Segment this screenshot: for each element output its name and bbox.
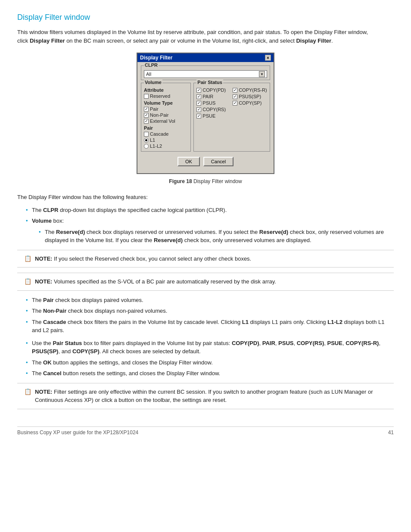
- pair-status-label: PAIR: [202, 94, 213, 99]
- pair-feature: The Pair check box displays paired volum…: [26, 296, 394, 305]
- reserved-feature: The Reserve(d) check box displays reserv…: [39, 228, 394, 245]
- pair-checkbox[interactable]: [144, 107, 149, 112]
- page-number: 41: [388, 429, 394, 436]
- external-vol-label: External Vol: [150, 118, 175, 124]
- l1-label: L1: [150, 137, 155, 143]
- dialog-titlebar: Display Filter ×: [137, 53, 274, 62]
- note-box-bottom: 📋 NOTE: Filter settings are only effecti…: [17, 383, 394, 409]
- reserved-checkbox[interactable]: [144, 94, 149, 99]
- copy-rs-r-row: COPY(RS-R): [233, 87, 267, 93]
- intro-paragraph: This window filters volumes displayed in…: [17, 28, 371, 45]
- reserved-checkbox-row: Reserved: [144, 93, 188, 99]
- psus-row: PSUS: [196, 100, 231, 106]
- pair-status-grid: COPY(PD) COPY(RS-R) PAIR: [196, 87, 267, 119]
- copy-pd-checkbox[interactable]: [196, 88, 201, 93]
- non-pair-feature: The Non-Pair check box displays non-pair…: [26, 307, 394, 315]
- pair-checkbox-row: Pair: [144, 106, 188, 112]
- more-features-list: The Pair check box displays paired volum…: [26, 296, 394, 335]
- page-title: Display Filter window: [17, 13, 394, 22]
- cascade-label: Cascade: [150, 131, 168, 137]
- features-heading: The Display Filter window has the follow…: [17, 193, 394, 202]
- clpr-dropdown[interactable]: All ▼: [144, 70, 267, 78]
- psus-label: PSUS: [202, 100, 215, 106]
- psus-sp-label: PSUS(SP): [239, 94, 261, 99]
- pair-label: Pair: [150, 106, 159, 112]
- features-list: The CLPR drop-down list displays the spe…: [26, 206, 394, 245]
- copy-rs-label: COPY(RS): [202, 107, 226, 112]
- note-box-2: 📋 NOTE: Volumes specified as the S-VOL o…: [17, 273, 394, 291]
- cascade-checkbox-row: Cascade: [144, 131, 188, 137]
- l1-radio[interactable]: [144, 138, 149, 143]
- clpr-section: CLPR All ▼: [141, 65, 270, 80]
- note-text-2: NOTE: Volumes specified as the S-VOL of …: [35, 277, 276, 286]
- display-filter-dialog: Display Filter × CLPR All ▼ Volume At: [137, 53, 274, 174]
- volume-sub-list: The Reserve(d) check box displays reserv…: [39, 228, 394, 245]
- copy-rs-r-checkbox[interactable]: [233, 88, 237, 93]
- cancel-button[interactable]: Cancel: [203, 157, 234, 166]
- cascade-feature: The Cascade check box filters the pairs …: [26, 318, 394, 335]
- non-pair-checkbox[interactable]: [144, 113, 149, 118]
- pair-status-checkbox[interactable]: [196, 94, 201, 99]
- copy-sp-label: COPY(SP): [239, 100, 262, 106]
- l1l2-label: L1-L2: [150, 143, 162, 149]
- copy-rs-r-label: COPY(RS-R): [239, 87, 267, 93]
- reserved-label: Reserved: [150, 93, 170, 99]
- external-vol-checkbox-row: External Vol: [144, 118, 188, 124]
- copy-rs-checkbox[interactable]: [196, 107, 201, 112]
- page-footer: Business Copy XP user guide for the XP12…: [17, 426, 394, 436]
- ok-feature: The OK button applies the settings, and …: [26, 358, 394, 367]
- non-pair-label: Non-Pair: [150, 112, 168, 118]
- figure-caption: Figure 18 Display Filter window: [17, 178, 394, 184]
- dialog-close-button[interactable]: ×: [265, 55, 271, 61]
- dialog-title: Display Filter: [140, 55, 172, 61]
- pair-row: PAIR: [196, 94, 231, 99]
- non-pair-checkbox-row: Non-Pair: [144, 112, 188, 118]
- copy-rs-row: COPY(RS): [196, 107, 231, 112]
- copy-sp-row: COPY(SP): [233, 100, 267, 106]
- dropdown-arrow-icon: ▼: [259, 71, 265, 77]
- status-features-list: Use the Pair Status box to filter pairs …: [26, 339, 394, 378]
- note-icon-1: 📋: [24, 255, 31, 262]
- clpr-section-label: CLPR: [144, 62, 159, 68]
- copy-pd-row: COPY(PD): [196, 87, 231, 93]
- clpr-value: All: [146, 72, 151, 77]
- cascade-checkbox[interactable]: [144, 132, 149, 137]
- pair-status-feature: Use the Pair Status box to filter pairs …: [26, 339, 394, 356]
- note-icon-2: 📋: [24, 278, 31, 285]
- psus-sp-row: PSUS(SP): [233, 94, 267, 99]
- l1l2-radio-row: L1-L2: [144, 143, 188, 149]
- dialog-screenshot: Display Filter × CLPR All ▼ Volume At: [17, 53, 394, 174]
- volume-feature: Volume box: The Reserve(d) check box dis…: [26, 217, 394, 245]
- psue-label: PSUE: [202, 113, 215, 118]
- l1-radio-row: L1: [144, 137, 188, 143]
- note-text-1: NOTE: If you select the Reserved check b…: [35, 255, 251, 263]
- copy-pd-label: COPY(PD): [202, 87, 226, 93]
- volume-type-heading: Volume Type: [144, 100, 188, 106]
- dialog-buttons: OK Cancel: [141, 154, 270, 170]
- pair-status-section: Pair Status COPY(PD) COPY(RS-R): [193, 83, 270, 152]
- figure-label: Figure 18: [169, 178, 192, 184]
- volume-pair-row: Volume Attribute Reserved Volume Type Pa…: [141, 83, 270, 152]
- figure-text: Display Filter window: [193, 178, 242, 184]
- cancel-feature: The Cancel button resets the settings, a…: [26, 369, 394, 378]
- ok-button[interactable]: OK: [177, 157, 200, 166]
- psue-row: PSUE: [196, 113, 231, 118]
- attribute-heading: Attribute: [144, 87, 188, 93]
- l1l2-radio[interactable]: [144, 144, 149, 149]
- copy-sp-checkbox[interactable]: [233, 101, 237, 106]
- footer-text: Business Copy XP user guide for the XP12…: [17, 429, 138, 436]
- volume-section-label: Volume: [144, 80, 162, 85]
- cascade-pair-heading: Pair: [144, 125, 188, 131]
- note-icon-bottom: 📋: [24, 388, 31, 395]
- clpr-feature: The CLPR drop-down list displays the spe…: [26, 206, 394, 215]
- pair-status-section-label: Pair Status: [196, 80, 223, 85]
- psue-checkbox[interactable]: [196, 114, 201, 118]
- psus-checkbox[interactable]: [196, 101, 201, 106]
- external-vol-checkbox[interactable]: [144, 119, 149, 124]
- note-box-1: 📋 NOTE: If you select the Reserved check…: [17, 250, 394, 268]
- note-text-bottom: NOTE: Filter settings are only effective…: [35, 388, 387, 404]
- volume-section: Volume Attribute Reserved Volume Type Pa…: [141, 83, 191, 152]
- psus-sp-checkbox[interactable]: [233, 94, 237, 99]
